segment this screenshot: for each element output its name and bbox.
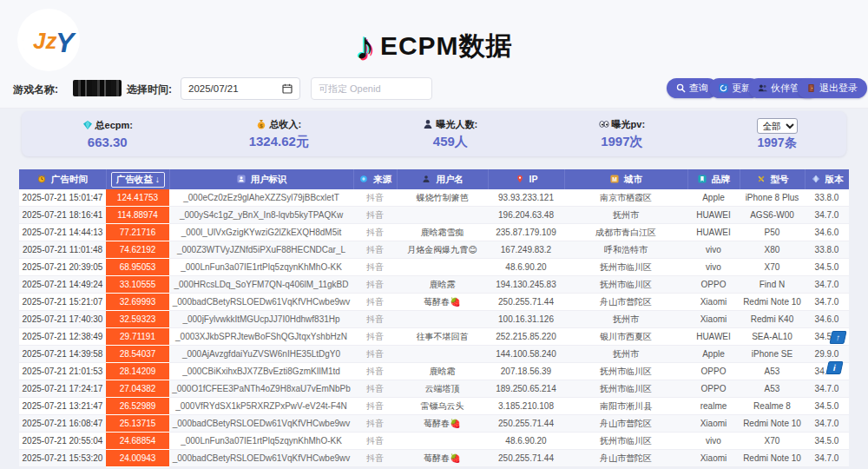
filter-select[interactable]: 全部 [757, 118, 798, 134]
cell-ad-revenue: 68.95053 [106, 259, 169, 276]
cell-ad-revenue: 27.04382 [106, 380, 169, 398]
user-icon [422, 175, 431, 185]
stats-band: 总ecpm: 663.30 $ 总收入: 1324.62元 曝光人数: 459人 [22, 111, 846, 156]
cell-model: A53 [740, 380, 805, 398]
cell-user-id: _000badCBetyRSLOEDw61VqKfVHCwbe9wv [169, 294, 353, 311]
table-row: 2025-07-21 17:40:30 32.59323 _000jFylvwk… [19, 311, 849, 328]
scroll-top-glyph: ↑ [835, 333, 841, 342]
openid-input[interactable] [311, 77, 432, 100]
source-dot-icon [359, 175, 368, 185]
cell-ad-revenue: 25.13715 [106, 415, 169, 433]
cell-ad-revenue: 32.69993 [106, 294, 169, 311]
cell-source: 抖音 [353, 346, 397, 363]
table-row: 2025-07-21 21:01:53 28.14209 _000CBiKxih… [19, 363, 849, 380]
table-row: 2025-07-21 18:16:41 114.88974 _000yS4c1g… [19, 207, 849, 224]
cell-version: 33.8.0 [805, 189, 849, 207]
cell-model: X70 [740, 259, 805, 276]
cell-version: 34.6.0 [805, 224, 849, 241]
col-label: 广告收益 [116, 174, 153, 184]
logout-door-icon [806, 83, 816, 93]
page-title: ♪ ECPM数据 [0, 26, 868, 66]
cell-brand: OPPO [687, 363, 740, 380]
cell-username [397, 259, 488, 276]
cell-ad-revenue: 28.14209 [106, 363, 169, 380]
logout-button-label: 退出登录 [819, 82, 858, 95]
table-row: 2025-07-21 11:01:48 74.62192 _000Z3WTVyJ… [19, 241, 849, 259]
table-row: 2025-07-21 14:39:58 28.54037 _000AjAvzgf… [19, 346, 849, 363]
stat-label-text: 总ecpm: [95, 119, 133, 132]
page-title-text: ECPM数据 [380, 29, 513, 64]
stat-label-text: 曝光人数: [436, 118, 477, 131]
cell-version: 34.7.0 [805, 415, 849, 433]
table-row: 2025-07-21 16:08:47 25.13715 _000badCBet… [19, 415, 849, 433]
cell-username: 云端塔顶 [397, 380, 488, 398]
cell-source: 抖音 [353, 276, 397, 294]
sort-desc-icon[interactable]: ↓ [155, 174, 160, 184]
cell-ad-revenue: 28.54037 [106, 346, 169, 363]
cell-model: X80 [740, 241, 805, 259]
cell-ad-time: 2025-07-21 14:49:24 [19, 276, 106, 294]
cell-model: Find N [740, 276, 805, 294]
game-name-label: 游戏名称: [13, 83, 58, 97]
cell-ad-time: 2025-07-21 15:01:47 [19, 189, 106, 207]
moneybag-icon: $ [256, 119, 266, 129]
cell-ad-time: 2025-07-21 14:44:13 [19, 224, 106, 241]
cell-ad-time: 2025-07-21 18:16:41 [19, 207, 106, 224]
refresh-icon [719, 83, 728, 93]
cell-user-id: _000Z3WTVyJZNfd5iPXuF88HECNDCar_L [169, 241, 353, 259]
cell-user-id: _000AjAvzgfdaiYuZVSW6nIHE35LtDgY0 [169, 346, 353, 363]
cell-city: 抚州市临川区 [564, 363, 687, 380]
col-user-id: 用户标识 [169, 169, 353, 189]
cell-version: 34.7.0 [805, 276, 849, 294]
cell-model: AGS6-W00 [740, 207, 805, 224]
date-picker-input[interactable]: 2025/07/21 [181, 77, 300, 100]
cell-source: 抖音 [353, 450, 397, 467]
cell-brand: vivo [687, 433, 740, 450]
ecpm-table: 广告时间 广告收益 ↓ 用户标识 来源 用户名 [19, 169, 849, 467]
col-ad-time: 广告时间 [19, 169, 106, 189]
cell-city: 南阳市淅川县 [564, 398, 687, 415]
cell-ip: 93.93.233.121 [488, 189, 564, 207]
cell-username: 莓酵春🍓 [397, 294, 488, 311]
cell-username: 月烙金阀爆九霄😊 [397, 241, 488, 259]
cell-brand: OPPO [687, 276, 740, 294]
cell-brand: realme [687, 398, 740, 415]
info-glyph: i [832, 363, 837, 373]
cell-username: 鹿晗霜 [397, 363, 488, 380]
cell-version: 34.7.0 [805, 380, 849, 398]
cell-source: 抖音 [353, 415, 397, 433]
cell-ad-time: 2025-07-21 14:39:58 [19, 346, 106, 363]
cell-source: 抖音 [353, 398, 397, 415]
cell-brand: Xiaomi [687, 311, 740, 328]
eyes-icon [599, 119, 609, 129]
cell-source: 抖音 [353, 189, 397, 207]
cell-user-id: _000O1fCFEE3PaNTh4oZ9H8xaU7vEmNbPb [169, 380, 353, 398]
cell-source: 抖音 [353, 241, 397, 259]
cell-city: 抚州市 [564, 346, 687, 363]
cell-user-id: _000jFylvwkkItMGUcpJJ7I0Hdhwf831Hp [169, 311, 353, 328]
logout-button[interactable]: 退出登录 [797, 78, 867, 98]
cell-model: A53 [740, 363, 805, 380]
calendar-icon [282, 83, 293, 94]
cell-brand: Apple [687, 189, 740, 207]
gem-icon [82, 120, 93, 130]
stat-total-ecpm: 总ecpm: 663.30 [22, 119, 194, 149]
cell-model: P50 [740, 224, 805, 241]
cell-ip: 207.18.56.39 [488, 363, 564, 380]
cell-username: 鹿晗露 [397, 276, 488, 294]
cell-ad-time: 2025-07-21 16:08:47 [19, 415, 106, 433]
cell-city: 南京市栖霞区 [564, 189, 687, 207]
cell-ad-revenue: 32.59323 [106, 311, 169, 328]
query-button-label: 查询 [689, 82, 708, 95]
cell-source: 抖音 [353, 294, 397, 311]
info-badge[interactable]: i [825, 361, 843, 374]
scroll-top-badge[interactable]: ↑ [829, 331, 846, 344]
cell-source: 抖音 [353, 207, 397, 224]
cell-version: 34.7.0 [805, 207, 849, 224]
cell-city: 抚州市临川区 [564, 259, 687, 276]
col-ad-revenue[interactable]: 广告收益 ↓ [106, 169, 169, 189]
col-label: 版本 [825, 174, 843, 184]
col-label: 来源 [373, 174, 391, 184]
table-row: 2025-07-21 15:53:20 24.00943 _000badCBet… [19, 450, 849, 467]
cell-user-id: _000badCBetyRSLOEDw61VqKfVHCwbe9wv [169, 415, 353, 433]
